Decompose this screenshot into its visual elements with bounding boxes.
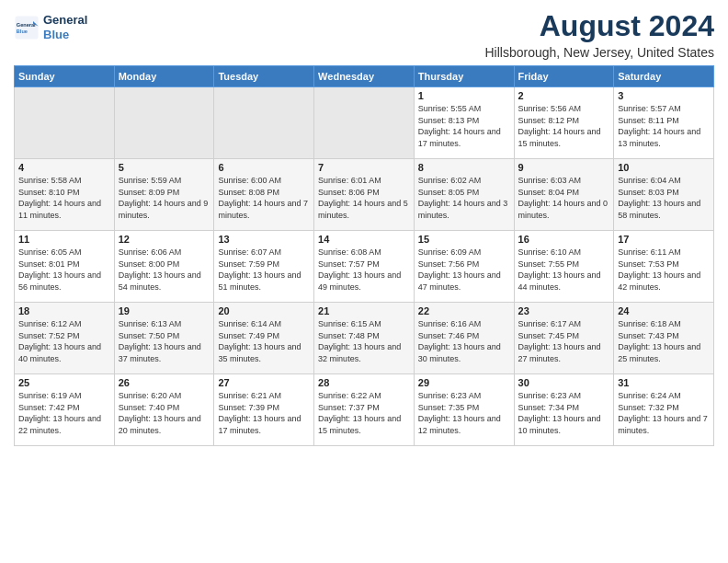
svg-text:General: General xyxy=(17,21,36,27)
calendar-cell: 3Sunrise: 5:57 AMSunset: 8:11 PMDaylight… xyxy=(614,87,714,159)
header-saturday: Saturday xyxy=(614,66,714,87)
calendar-cell: 2Sunrise: 5:56 AMSunset: 8:12 PMDaylight… xyxy=(514,87,614,159)
calendar-cell: 30Sunrise: 6:23 AMSunset: 7:34 PMDayligh… xyxy=(514,374,614,446)
cell-info: Sunrise: 6:01 AMSunset: 8:06 PMDaylight:… xyxy=(318,175,410,221)
day-number: 28 xyxy=(318,377,410,388)
calendar-week-row: 25Sunrise: 6:19 AMSunset: 7:42 PMDayligh… xyxy=(15,374,714,446)
cell-info: Sunrise: 6:16 AMSunset: 7:46 PMDaylight:… xyxy=(418,318,510,364)
day-number: 20 xyxy=(218,305,310,316)
calendar-week-row: 4Sunrise: 5:58 AMSunset: 8:10 PMDaylight… xyxy=(15,159,714,231)
cell-info: Sunrise: 6:06 AMSunset: 8:00 PMDaylight:… xyxy=(119,247,210,293)
day-number: 23 xyxy=(518,305,610,316)
calendar-week-row: 1Sunrise: 5:55 AMSunset: 8:13 PMDaylight… xyxy=(15,87,714,159)
cell-info: Sunrise: 6:17 AMSunset: 7:45 PMDaylight:… xyxy=(518,318,610,364)
day-number: 26 xyxy=(119,377,210,388)
cell-info: Sunrise: 6:12 AMSunset: 7:52 PMDaylight:… xyxy=(18,318,110,364)
day-number: 8 xyxy=(418,162,510,173)
cell-info: Sunrise: 5:55 AMSunset: 8:13 PMDaylight:… xyxy=(418,103,510,149)
calendar-cell xyxy=(15,87,115,159)
calendar-week-row: 18Sunrise: 6:12 AMSunset: 7:52 PMDayligh… xyxy=(15,303,714,374)
calendar-cell: 17Sunrise: 6:11 AMSunset: 7:53 PMDayligh… xyxy=(614,231,714,303)
day-number: 31 xyxy=(618,377,710,388)
cell-info: Sunrise: 6:08 AMSunset: 7:57 PMDaylight:… xyxy=(318,247,410,293)
calendar-cell: 20Sunrise: 6:14 AMSunset: 7:49 PMDayligh… xyxy=(214,303,314,374)
calendar-cell: 7Sunrise: 6:01 AMSunset: 8:06 PMDaylight… xyxy=(314,159,415,231)
calendar-cell: 19Sunrise: 6:13 AMSunset: 7:50 PMDayligh… xyxy=(114,303,214,374)
day-number: 17 xyxy=(618,234,710,245)
calendar-cell: 5Sunrise: 5:59 AMSunset: 8:09 PMDaylight… xyxy=(114,159,214,231)
calendar-table: Sunday Monday Tuesday Wednesday Thursday… xyxy=(14,65,714,446)
calendar-cell: 23Sunrise: 6:17 AMSunset: 7:45 PMDayligh… xyxy=(514,303,614,374)
cell-info: Sunrise: 6:00 AMSunset: 8:08 PMDaylight:… xyxy=(218,175,310,221)
calendar-cell: 13Sunrise: 6:07 AMSunset: 7:59 PMDayligh… xyxy=(214,231,314,303)
calendar-cell: 12Sunrise: 6:06 AMSunset: 8:00 PMDayligh… xyxy=(114,231,214,303)
day-number: 19 xyxy=(119,305,210,316)
header-sunday: Sunday xyxy=(15,66,115,87)
header-tuesday: Tuesday xyxy=(214,66,314,87)
day-number: 4 xyxy=(18,162,110,173)
calendar-cell: 11Sunrise: 6:05 AMSunset: 8:01 PMDayligh… xyxy=(15,231,115,303)
calendar-cell: 6Sunrise: 6:00 AMSunset: 8:08 PMDaylight… xyxy=(214,159,314,231)
calendar-cell: 14Sunrise: 6:08 AMSunset: 7:57 PMDayligh… xyxy=(314,231,415,303)
day-number: 24 xyxy=(618,305,710,316)
header-wednesday: Wednesday xyxy=(314,66,415,87)
cell-info: Sunrise: 6:13 AMSunset: 7:50 PMDaylight:… xyxy=(119,318,210,364)
cell-info: Sunrise: 6:22 AMSunset: 7:37 PMDaylight:… xyxy=(318,390,410,436)
header-thursday: Thursday xyxy=(414,66,514,87)
calendar-cell: 18Sunrise: 6:12 AMSunset: 7:52 PMDayligh… xyxy=(15,303,115,374)
calendar-cell: 25Sunrise: 6:19 AMSunset: 7:42 PMDayligh… xyxy=(15,374,115,446)
cell-info: Sunrise: 6:23 AMSunset: 7:34 PMDaylight:… xyxy=(518,390,610,436)
cell-info: Sunrise: 6:14 AMSunset: 7:49 PMDaylight:… xyxy=(218,318,310,364)
cell-info: Sunrise: 6:24 AMSunset: 7:32 PMDaylight:… xyxy=(618,390,710,436)
cell-info: Sunrise: 6:10 AMSunset: 7:55 PMDaylight:… xyxy=(518,247,610,293)
main-title: August 2024 xyxy=(484,9,714,43)
calendar-week-row: 11Sunrise: 6:05 AMSunset: 8:01 PMDayligh… xyxy=(15,231,714,303)
calendar-cell xyxy=(314,87,415,159)
calendar-cell xyxy=(214,87,314,159)
cell-info: Sunrise: 6:07 AMSunset: 7:59 PMDaylight:… xyxy=(218,247,310,293)
calendar-cell: 27Sunrise: 6:21 AMSunset: 7:39 PMDayligh… xyxy=(214,374,314,446)
day-number: 2 xyxy=(518,90,610,101)
page-container: General Blue General Blue August 2024 Hi… xyxy=(0,0,728,451)
calendar-cell: 4Sunrise: 5:58 AMSunset: 8:10 PMDaylight… xyxy=(15,159,115,231)
calendar-cell: 31Sunrise: 6:24 AMSunset: 7:32 PMDayligh… xyxy=(614,374,714,446)
logo-text-blue: Blue xyxy=(43,28,87,42)
cell-info: Sunrise: 5:58 AMSunset: 8:10 PMDaylight:… xyxy=(18,175,110,221)
calendar-cell: 26Sunrise: 6:20 AMSunset: 7:40 PMDayligh… xyxy=(114,374,214,446)
calendar-cell: 29Sunrise: 6:23 AMSunset: 7:35 PMDayligh… xyxy=(414,374,514,446)
day-number: 9 xyxy=(518,162,610,173)
cell-info: Sunrise: 6:03 AMSunset: 8:04 PMDaylight:… xyxy=(518,175,610,221)
day-number: 3 xyxy=(618,90,710,101)
calendar-cell: 10Sunrise: 6:04 AMSunset: 8:03 PMDayligh… xyxy=(614,159,714,231)
weekday-header-row: Sunday Monday Tuesday Wednesday Thursday… xyxy=(15,66,714,87)
calendar-cell: 24Sunrise: 6:18 AMSunset: 7:43 PMDayligh… xyxy=(614,303,714,374)
calendar-cell: 21Sunrise: 6:15 AMSunset: 7:48 PMDayligh… xyxy=(314,303,415,374)
day-number: 14 xyxy=(318,234,410,245)
day-number: 25 xyxy=(18,377,110,388)
cell-info: Sunrise: 5:59 AMSunset: 8:09 PMDaylight:… xyxy=(119,175,210,221)
day-number: 11 xyxy=(18,234,110,245)
day-number: 13 xyxy=(218,234,310,245)
calendar-cell: 8Sunrise: 6:02 AMSunset: 8:05 PMDaylight… xyxy=(414,159,514,231)
day-number: 15 xyxy=(418,234,510,245)
cell-info: Sunrise: 6:20 AMSunset: 7:40 PMDaylight:… xyxy=(119,390,210,436)
cell-info: Sunrise: 6:19 AMSunset: 7:42 PMDaylight:… xyxy=(18,390,110,436)
calendar-cell: 28Sunrise: 6:22 AMSunset: 7:37 PMDayligh… xyxy=(314,374,415,446)
calendar-cell: 22Sunrise: 6:16 AMSunset: 7:46 PMDayligh… xyxy=(414,303,514,374)
cell-info: Sunrise: 6:18 AMSunset: 7:43 PMDaylight:… xyxy=(618,318,710,364)
calendar-cell: 9Sunrise: 6:03 AMSunset: 8:04 PMDaylight… xyxy=(514,159,614,231)
calendar-cell xyxy=(114,87,214,159)
day-number: 7 xyxy=(318,162,410,173)
day-number: 10 xyxy=(618,162,710,173)
day-number: 1 xyxy=(418,90,510,101)
day-number: 27 xyxy=(218,377,310,388)
day-number: 30 xyxy=(518,377,610,388)
day-number: 6 xyxy=(218,162,310,173)
logo-text-general: General xyxy=(43,13,87,28)
header: General Blue General Blue August 2024 Hi… xyxy=(14,9,714,60)
svg-text:Blue: Blue xyxy=(17,28,28,33)
day-number: 29 xyxy=(418,377,510,388)
day-number: 18 xyxy=(18,305,110,316)
title-section: August 2024 Hillsborough, New Jersey, Un… xyxy=(484,9,714,60)
cell-info: Sunrise: 6:09 AMSunset: 7:56 PMDaylight:… xyxy=(418,247,510,293)
